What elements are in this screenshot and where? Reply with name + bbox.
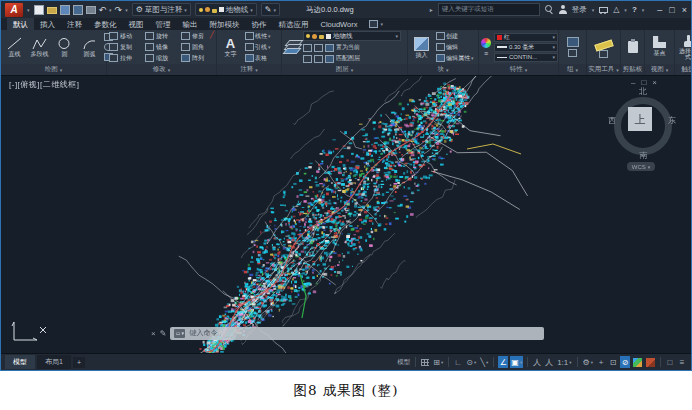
linetype-dropdown[interactable]: CONTIN... ▾ xyxy=(494,53,558,62)
tab-home[interactable]: 默认 xyxy=(7,18,34,30)
recent-commands-icon[interactable]: ▭▾ xyxy=(174,329,185,338)
layer-isolate-icon[interactable] xyxy=(314,44,323,52)
viewcube-south-label[interactable]: 南 xyxy=(611,150,675,161)
snap-mode-icon[interactable]: ⊞▾ xyxy=(432,356,444,368)
tab-view[interactable]: 视图 xyxy=(123,18,150,30)
panel-block-label[interactable]: 块▾ xyxy=(408,64,478,75)
osnap-tracking-icon[interactable]: ∠ xyxy=(498,356,508,368)
tool-table[interactable]: 表格 xyxy=(245,54,271,63)
sign-in-button[interactable]: 登录 xyxy=(572,5,587,15)
viewport-controls[interactable]: [-][俯视][二维线框] xyxy=(9,79,80,90)
tool-scale[interactable]: 缩放 xyxy=(145,54,179,63)
panel-layers-label[interactable]: 图层▾ xyxy=(282,64,407,75)
open-file-icon[interactable] xyxy=(47,7,57,14)
paste-icon[interactable] xyxy=(628,41,638,53)
tool-array[interactable]: 阵列 xyxy=(181,54,215,63)
tool-copy[interactable]: 复制 xyxy=(109,43,143,52)
plot-icon[interactable] xyxy=(86,6,96,14)
save-as-icon[interactable] xyxy=(73,5,83,15)
tool-fillet[interactable]: 圆角 xyxy=(181,43,215,52)
tool-edit-attributes[interactable]: 编辑属性▾ xyxy=(436,54,474,63)
workspace-gear-icon[interactable]: ⚙▾ xyxy=(582,356,594,368)
selection-mode-hand-icon[interactable] xyxy=(684,35,692,47)
isodraft-icon[interactable]: ╲▾ xyxy=(479,356,489,368)
tab-annotate[interactable]: 注释 xyxy=(61,18,88,30)
viewcube-top-face[interactable]: 上 xyxy=(628,107,652,131)
help-icon[interactable]: ? xyxy=(632,5,637,14)
panel-annotate-label[interactable]: 注释▾ xyxy=(217,64,281,75)
workspace-switcher[interactable]: ⚙ 草图与注释 ▾ xyxy=(132,3,191,16)
tab-collaborate[interactable]: 协作 xyxy=(246,18,273,30)
grid-icon[interactable] xyxy=(420,356,430,368)
app-store-cart-icon[interactable] xyxy=(599,6,608,14)
new-layout-button[interactable]: + xyxy=(73,357,85,368)
layer-unlock-icon[interactable] xyxy=(303,55,312,63)
clean-screen-icon[interactable]: □ xyxy=(665,356,675,368)
make-current-button[interactable]: 置为当前 xyxy=(336,43,360,52)
close-button[interactable]: × xyxy=(682,5,687,15)
lineweight-icon[interactable]: ≡ xyxy=(484,50,488,57)
panel-modify-label[interactable]: 修改▾ xyxy=(107,64,216,75)
undo-caret-icon[interactable]: ▾ xyxy=(109,7,112,13)
viewcube[interactable]: 北 西 上 东 南 WCS▾ xyxy=(611,86,675,172)
annotation-monitor-icon[interactable]: + xyxy=(596,356,606,368)
tool-rotate[interactable]: 旋转 xyxy=(145,32,179,41)
layer-walk-icon[interactable] xyxy=(314,55,323,63)
tool-text[interactable]: A 文字 xyxy=(219,37,242,57)
tab-featured-apps[interactable]: 精选应用 xyxy=(273,18,315,30)
tool-stretch[interactable]: 拉伸 xyxy=(109,54,143,63)
lineweight-dropdown[interactable]: 0.30 毫米 ▾ xyxy=(494,43,558,52)
tool-polyline[interactable]: 多段线 xyxy=(28,37,51,57)
viewcube-north-label[interactable]: 北 xyxy=(611,86,675,97)
panel-view-label[interactable]: 视图▾ xyxy=(645,64,674,75)
tab-parametric[interactable]: 参数化 xyxy=(88,18,123,30)
panel-properties-label[interactable]: 特性▾ xyxy=(479,64,558,75)
layer-properties-icon[interactable] xyxy=(284,40,301,55)
autodesk-360-icon[interactable]: △ xyxy=(613,5,619,14)
tab-layout1[interactable]: 布局1 xyxy=(37,355,71,369)
tool-create-block[interactable]: 创建 xyxy=(436,32,474,41)
minimize-button[interactable]: – xyxy=(657,5,662,15)
close-icon[interactable]: × xyxy=(151,329,156,338)
ungroup-icon[interactable] xyxy=(568,49,577,57)
maximize-button[interactable]: □ xyxy=(669,5,674,15)
tool-circle[interactable]: 圆 xyxy=(53,37,76,57)
viewcube-east-label[interactable]: 东 xyxy=(668,115,676,126)
tool-mirror[interactable]: 镜像 xyxy=(145,43,179,52)
color-dropdown[interactable]: 红 ▾ xyxy=(494,33,558,42)
command-input[interactable]: ▭▾ 键入命令 xyxy=(170,327,544,340)
search-input[interactable]: 键入关键字或短语 xyxy=(438,3,540,16)
qat-layer-dropdown[interactable]: 地物线 ▾ xyxy=(195,3,257,16)
group-icon[interactable] xyxy=(567,37,579,47)
customize-command-icon[interactable]: ✎ xyxy=(160,329,167,338)
annotation-autoscale-icon[interactable]: 人 xyxy=(544,356,554,368)
polar-tracking-icon[interactable]: ⊙▾ xyxy=(465,356,477,368)
search-icon[interactable] xyxy=(545,5,554,14)
layer-dropdown[interactable]: 地物线 ▾ xyxy=(303,31,401,41)
undo-icon[interactable]: ↶ xyxy=(99,6,107,14)
erase-icon[interactable]: ╱ xyxy=(210,31,214,39)
tab-output[interactable]: 输出 xyxy=(177,18,204,30)
redo-icon[interactable]: ↷ xyxy=(115,6,123,14)
redo-caret-icon[interactable]: ▾ xyxy=(125,7,128,13)
ribbon-display-toggle[interactable]: ▾ xyxy=(369,18,383,30)
customization-icon[interactable]: ≡ xyxy=(677,356,687,368)
tool-arc[interactable]: 圆弧 xyxy=(78,37,101,57)
save-icon[interactable] xyxy=(60,5,70,15)
panel-utilities-label[interactable]: 实用工具▾ xyxy=(587,64,620,75)
tab-insert[interactable]: 插入 xyxy=(34,18,61,30)
search-expand-icon[interactable]: ▸ xyxy=(430,6,433,13)
a360-caret-icon[interactable]: ▾ xyxy=(624,7,627,13)
new-file-icon[interactable] xyxy=(34,5,44,15)
wcs-dropdown[interactable]: WCS▾ xyxy=(627,162,655,171)
tab-manage[interactable]: 管理 xyxy=(150,18,177,30)
ortho-icon[interactable]: ∟ xyxy=(453,356,463,368)
match-layer-button[interactable]: 匹配图层 xyxy=(336,54,360,63)
panel-group-label[interactable]: 组▾ xyxy=(559,64,586,75)
tab-model[interactable]: 模型 xyxy=(5,355,35,369)
qat-customize-dropdown[interactable]: ✎ ▾ xyxy=(261,3,280,16)
command-line[interactable]: × ✎ ▭▾ 键入命令 xyxy=(151,326,544,340)
drawing-area[interactable]: [-][俯视][二维线框] – □ × 北 西 上 东 南 WCS▾ xyxy=(1,76,691,353)
system-variable-monitor-icon[interactable] xyxy=(645,356,656,368)
quick-select-icon[interactable] xyxy=(599,50,608,58)
